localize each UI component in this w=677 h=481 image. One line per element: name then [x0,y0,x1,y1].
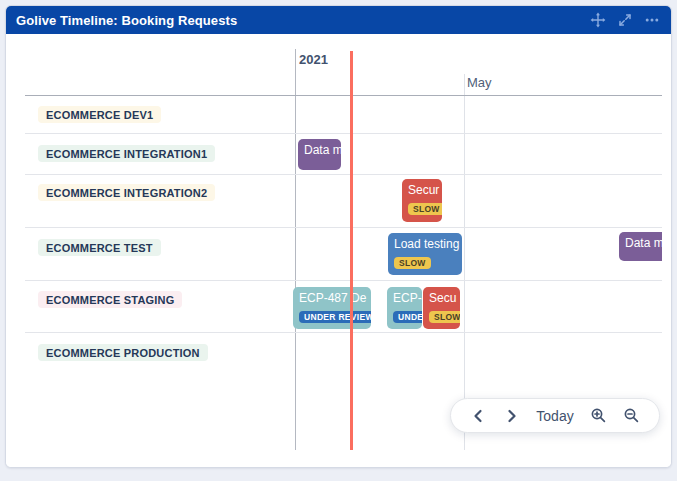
booking-bar-ecp487-staging[interactable]: ECP-487 De UNDER REVIEW [293,287,371,329]
axis-month-label: May [467,75,492,90]
booking-bar-data-test[interactable]: Data m [619,232,662,261]
zoom-in-button[interactable] [587,405,609,427]
today-button[interactable]: Today [534,408,575,424]
row-divider [25,174,662,175]
booking-bar-label: ECP-487 De [299,291,371,306]
gadget-header-actions [589,11,661,29]
gadget-title: Golive Timeline: Booking Requests [16,13,237,28]
row-divider [25,332,662,333]
booking-bar-label: Secur [408,183,442,198]
more-button[interactable] [643,11,661,29]
environment-label-integration1[interactable]: ECOMMERCE INTEGRATION1 [38,145,215,162]
booking-bar-label: Data m [625,236,662,251]
booking-bar-security-staging[interactable]: Secu SLOW [423,287,460,329]
timeline-canvas: 2021 May ECOMMERCE DEV1 ECOMMERCE INTEGR… [6,34,671,467]
booking-bar-label: Secu [429,291,460,306]
environment-label-dev1[interactable]: ECOMMERCE DEV1 [38,106,161,123]
environment-label-staging[interactable]: ECOMMERCE STAGING [38,291,182,308]
status-badge-under-review: UNDER REVIEW [393,311,422,323]
row-divider [25,133,662,134]
environment-label-integration2[interactable]: ECOMMERCE INTEGRATION2 [38,184,215,201]
today-line [350,51,353,450]
prev-button[interactable] [467,405,489,427]
chevron-right-icon [507,409,517,423]
page-background: Golive Timeline: Booking Requests [0,0,677,481]
row-divider [25,227,662,228]
row-divider [25,280,662,281]
move-icon [590,12,606,28]
gadget-header: Golive Timeline: Booking Requests [6,6,671,34]
environment-label-production[interactable]: ECOMMERCE PRODUCTION [38,344,208,361]
drag-handle-button[interactable] [589,11,607,29]
status-badge-under-review: UNDER REVIEW [299,311,371,323]
next-button[interactable] [501,405,523,427]
zoom-in-icon [590,407,607,424]
booking-bar-data-integration1[interactable]: Data m [298,139,341,170]
booking-bar-label: ECP-4 [393,291,422,306]
chevron-left-icon [473,409,483,423]
month-gridline [464,74,465,450]
status-badge-slow: SLOW [429,311,460,323]
more-icon [644,12,660,28]
status-badge-slow: SLOW [394,257,431,269]
expand-button[interactable] [616,11,634,29]
zoom-out-button[interactable] [621,405,643,427]
booking-bar-ecp-staging[interactable]: ECP-4 UNDER REVIEW [387,287,422,329]
booking-bar-label: Data m [304,143,341,158]
booking-bar-security-integration2[interactable]: Secur SLOW [402,179,442,222]
environment-label-test[interactable]: ECOMMERCE TEST [38,239,161,256]
axis-bottom-divider [25,95,662,96]
year-gridline [295,49,296,450]
timeline-nav-toolbar: Today [450,398,660,433]
golive-timeline-gadget: Golive Timeline: Booking Requests [5,5,672,468]
expand-icon [618,13,632,27]
status-badge-slow: SLOW [408,203,442,215]
booking-bar-label: Load testing [394,237,462,252]
zoom-out-icon [623,407,640,424]
axis-year-label: 2021 [299,52,328,67]
booking-bar-load-testing[interactable]: Load testing SLOW [388,233,462,275]
